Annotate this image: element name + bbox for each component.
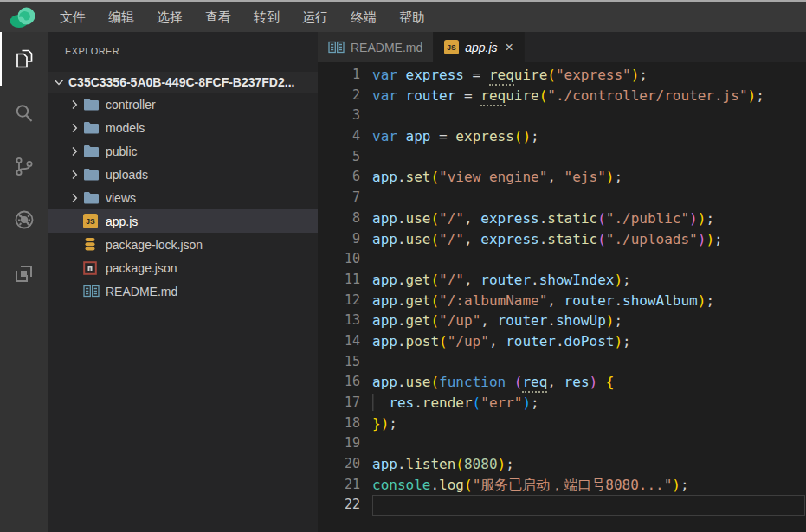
code-line-content: console.log("服务已启动，端口号8080..."); bbox=[372, 475, 689, 496]
folder-icon bbox=[83, 121, 106, 134]
activity-search-icon[interactable] bbox=[0, 86, 48, 139]
code-token: req bbox=[522, 374, 547, 393]
line-number: 19 bbox=[318, 433, 360, 454]
code-token: app bbox=[372, 312, 397, 329]
code-token bbox=[397, 128, 406, 144]
code-token: . bbox=[397, 312, 406, 329]
menu-item[interactable]: 查看 bbox=[194, 2, 242, 32]
code-token: listen bbox=[406, 456, 456, 472]
code-token: = bbox=[455, 87, 480, 104]
vscode-window: 文件编辑选择查看转到运行终端帮助 EXPLORER C35C3356-5A0B-… bbox=[0, 0, 806, 532]
code-token: ; bbox=[680, 477, 689, 493]
code-token: express bbox=[406, 67, 464, 83]
code-token: express bbox=[480, 210, 538, 227]
code-token: req bbox=[489, 67, 514, 86]
code-line-content: app.get("/:albumName", router.showAlbum)… bbox=[372, 291, 714, 311]
code-token: ( bbox=[430, 210, 439, 227]
close-icon[interactable]: × bbox=[506, 42, 513, 54]
folder-icon bbox=[83, 191, 106, 204]
tree-folder-models[interactable]: models bbox=[48, 116, 318, 139]
tree-file-README.md[interactable]: README.md bbox=[48, 279, 318, 303]
code-token: . bbox=[397, 292, 406, 309]
code-token: ) bbox=[698, 210, 706, 227]
menu-item[interactable]: 文件 bbox=[48, 2, 97, 32]
code-token: router bbox=[406, 87, 456, 104]
tree-file-package.json[interactable]: package.json bbox=[48, 256, 318, 279]
tree-folder-controller[interactable]: controller bbox=[48, 93, 318, 116]
code-line-content: app.set("view engine", "ejs"); bbox=[372, 167, 622, 188]
code-token: app bbox=[372, 333, 397, 349]
activity-debug-disabled-icon[interactable] bbox=[0, 193, 48, 247]
code-token: }) bbox=[372, 415, 389, 432]
code-token: "./controller/router.js" bbox=[547, 87, 747, 104]
line-number: 12 bbox=[318, 291, 360, 311]
code-token: showUp bbox=[556, 312, 606, 329]
js-file-icon: JS bbox=[444, 40, 459, 54]
code-token: ; bbox=[639, 67, 648, 83]
code-token: . bbox=[397, 374, 406, 390]
chevron-right-icon bbox=[68, 144, 83, 158]
menu-item[interactable]: 选择 bbox=[145, 2, 194, 32]
chevron-right-icon bbox=[68, 168, 83, 182]
book-file-icon bbox=[83, 285, 106, 298]
tree-file-package-lock.json[interactable]: package-lock.json bbox=[48, 233, 318, 256]
tab-label: README.md bbox=[351, 41, 422, 54]
code-token: router bbox=[498, 312, 548, 329]
code-token: "/up" bbox=[439, 312, 480, 329]
code-token: use bbox=[406, 231, 431, 247]
line-number: 11 bbox=[318, 270, 360, 291]
tree-folder-public[interactable]: public bbox=[48, 139, 318, 163]
code-token: ( bbox=[597, 210, 606, 227]
code-editor[interactable]: 1var express = require("express");2var r… bbox=[318, 62, 806, 532]
code-token: var bbox=[372, 128, 397, 144]
menu-item[interactable]: 终端 bbox=[339, 2, 388, 32]
code-token: ( bbox=[539, 87, 548, 104]
code-token: "/" bbox=[439, 231, 464, 247]
code-line: 9app.use("/", express.static("./uploads"… bbox=[318, 229, 806, 250]
tree-folder-views[interactable]: views bbox=[48, 186, 318, 209]
activity-source-control-icon[interactable] bbox=[0, 139, 48, 193]
line-number: 8 bbox=[318, 208, 360, 229]
code-token: get bbox=[406, 272, 431, 288]
activity-files-icon[interactable] bbox=[0, 32, 48, 86]
code-token: , bbox=[464, 231, 480, 247]
app-logo-icon bbox=[10, 6, 37, 29]
line-number: 10 bbox=[318, 249, 360, 270]
chevron-right-icon bbox=[68, 191, 83, 205]
code-line: 12app.get("/:albumName", router.showAlbu… bbox=[318, 291, 806, 311]
tree-root-folder[interactable]: C35C3356-5A0B-449C-8FCF-B237FD2... bbox=[48, 72, 318, 93]
code-token: ( bbox=[547, 67, 556, 83]
menu-item[interactable]: 编辑 bbox=[97, 2, 145, 32]
code-line-content: res.render("err"); bbox=[372, 393, 539, 413]
code-token: . bbox=[556, 333, 564, 349]
code-token: "./public" bbox=[606, 210, 689, 227]
code-token: static bbox=[547, 231, 597, 247]
activity-extensions-icon[interactable] bbox=[0, 247, 48, 300]
code-token: use bbox=[406, 374, 431, 390]
code-token: ) bbox=[614, 272, 622, 288]
code-line-content: app.use("/", express.static("./uploads")… bbox=[372, 229, 723, 250]
code-token: log bbox=[439, 477, 464, 493]
line-number: 15 bbox=[318, 352, 360, 373]
code-token: ; bbox=[389, 415, 397, 432]
code-token: ) bbox=[689, 210, 698, 227]
tab-readme[interactable]: README.md bbox=[318, 32, 434, 62]
line-number: 5 bbox=[318, 147, 360, 168]
tree-item-label: models bbox=[106, 121, 145, 135]
line-number: 22 bbox=[318, 495, 360, 516]
code-token: = bbox=[464, 67, 489, 83]
tab-appjs[interactable]: JS app.js × bbox=[434, 32, 525, 62]
menu-item[interactable]: 转到 bbox=[242, 2, 291, 32]
code-token: . bbox=[397, 456, 406, 472]
code-token: uire bbox=[514, 67, 548, 83]
menu-items: 文件编辑选择查看转到运行终端帮助 bbox=[48, 2, 436, 32]
tree-folder-uploads[interactable]: uploads bbox=[48, 163, 318, 186]
code-token: . bbox=[397, 272, 406, 288]
tree-file-app.js[interactable]: JS app.js bbox=[48, 209, 318, 233]
menu-item[interactable]: 帮助 bbox=[388, 2, 436, 32]
menu-item[interactable]: 运行 bbox=[291, 2, 339, 32]
code-token: , bbox=[464, 210, 480, 227]
code-line: 3 bbox=[318, 106, 806, 126]
tree-item-label: public bbox=[106, 144, 138, 158]
code-token: get bbox=[406, 292, 431, 309]
